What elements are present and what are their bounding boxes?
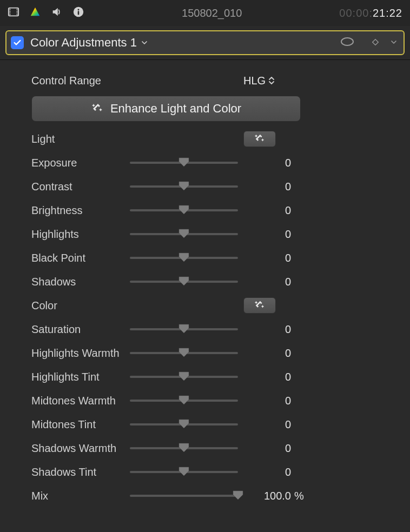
slider-thumb[interactable] <box>178 323 190 334</box>
mix-row: Mix 100.0 % <box>31 484 394 508</box>
slider-row-light-0: Exposure0 <box>31 151 394 175</box>
svg-point-11 <box>78 9 80 10</box>
slider-unit: % <box>291 490 307 502</box>
slider[interactable] <box>130 162 238 164</box>
slider-thumb[interactable] <box>178 395 190 405</box>
slider-label: Contrast <box>31 181 130 193</box>
slider-row-color-1: Highlights Warmth0 <box>31 341 394 365</box>
light-section-header: Light <box>31 127 394 151</box>
slider-thumb[interactable] <box>178 347 190 358</box>
controls-body: Control Range HLG Enhance Light and Colo… <box>0 60 410 508</box>
slider-thumb[interactable] <box>178 276 190 287</box>
slider-label: Black Point <box>31 252 130 264</box>
slider-value[interactable]: 0 <box>243 276 291 288</box>
video-inspector-icon[interactable] <box>8 6 19 21</box>
svg-rect-12 <box>78 11 80 15</box>
info-inspector-icon[interactable] <box>72 6 84 21</box>
slider-label: Midtones Warmth <box>31 395 130 407</box>
inspector-top-bar: 150802_010 00:00:21:22 <box>0 0 410 26</box>
svg-marker-9 <box>31 7 40 16</box>
slider[interactable] <box>130 328 238 330</box>
slider-row-light-5: Shadows0 <box>31 270 394 294</box>
color-auto-wand-button[interactable] <box>243 297 276 314</box>
slider[interactable] <box>130 281 238 283</box>
slider-thumb[interactable] <box>178 204 190 215</box>
slider-thumb[interactable] <box>178 466 190 477</box>
slider-thumb[interactable] <box>178 371 190 382</box>
slider-value[interactable]: 0 <box>243 181 291 193</box>
slider-row-color-5: Shadows Warmth0 <box>31 436 394 460</box>
slider-thumb[interactable] <box>178 228 190 239</box>
slider[interactable] <box>130 376 238 378</box>
mask-icon[interactable] <box>340 36 355 50</box>
chevron-down-icon[interactable] <box>389 37 398 49</box>
slider[interactable] <box>130 400 238 402</box>
slider-value[interactable]: 0 <box>243 371 291 383</box>
slider[interactable] <box>130 352 238 354</box>
slider-row-light-1: Contrast0 <box>31 175 394 198</box>
slider[interactable] <box>130 471 238 473</box>
slider-value[interactable]: 0 <box>243 157 291 169</box>
effect-enable-checkbox[interactable] <box>11 36 24 49</box>
slider-row-light-2: Brightness0 <box>31 198 394 222</box>
slider[interactable] <box>130 423 238 425</box>
effect-name: Color Adjustments 1 <box>30 36 137 50</box>
slider-row-color-6: Shadows Tint0 <box>31 460 394 484</box>
color-inspector-icon[interactable] <box>29 6 41 21</box>
slider-label: Shadows Tint <box>31 466 130 478</box>
effect-header[interactable]: Color Adjustments 1 <box>5 30 405 55</box>
light-auto-wand-button[interactable] <box>243 131 276 147</box>
clip-title: 150802_010 <box>84 7 339 19</box>
slider-value[interactable]: 0 <box>243 466 291 478</box>
slider-label: Saturation <box>31 323 130 336</box>
slider-row-color-2: Highlights Tint0 <box>31 365 394 389</box>
slider-value[interactable]: 0 <box>243 323 291 336</box>
slider-value[interactable]: 0 <box>243 347 291 360</box>
slider-value[interactable]: 0 <box>243 252 291 264</box>
slider-row-color-0: Saturation0 <box>31 317 394 341</box>
slider-thumb[interactable] <box>178 181 190 191</box>
slider-thumb[interactable] <box>178 442 190 453</box>
slider-row-light-3: Highlights0 <box>31 222 394 246</box>
slider-label: Highlights <box>31 228 130 241</box>
slider-label: Brightness <box>31 204 130 217</box>
slider-row-light-4: Black Point0 <box>31 246 394 270</box>
control-range-label: Control Range <box>31 75 243 87</box>
slider-thumb[interactable] <box>178 418 190 429</box>
slider-value[interactable]: 100.0 <box>243 490 291 502</box>
slider-label: Shadows Warmth <box>31 442 130 455</box>
slider-label: Shadows <box>31 276 130 288</box>
slider-label: Highlights Tint <box>31 371 130 383</box>
slider-row-color-3: Midtones Warmth0 <box>31 389 394 413</box>
chevron-down-icon[interactable] <box>140 37 149 50</box>
timecode: 00:00:21:22 <box>339 7 402 19</box>
slider-value[interactable]: 0 <box>243 442 291 455</box>
slider[interactable] <box>130 185 238 188</box>
enhance-light-color-button[interactable]: Enhance Light and Color <box>31 96 301 122</box>
slider[interactable] <box>130 233 238 235</box>
slider[interactable] <box>130 447 238 449</box>
audio-inspector-icon[interactable] <box>51 6 63 21</box>
slider-thumb[interactable] <box>178 157 190 168</box>
slider-label: Exposure <box>31 157 130 169</box>
slider-value[interactable]: 0 <box>243 418 291 431</box>
control-range-select[interactable]: HLG <box>243 75 274 87</box>
keyframe-diamond-icon[interactable] <box>371 37 380 49</box>
slider-label: Midtones Tint <box>31 418 130 431</box>
slider-label: Mix <box>31 490 130 502</box>
slider-row-color-4: Midtones Tint0 <box>31 413 394 436</box>
mix-slider[interactable] <box>130 495 238 497</box>
svg-point-13 <box>341 38 353 45</box>
slider-thumb[interactable] <box>178 252 190 263</box>
slider-value[interactable]: 0 <box>243 204 291 217</box>
slider-value[interactable]: 0 <box>243 228 291 241</box>
control-range-row: Control Range HLG <box>31 68 394 91</box>
slider-thumb[interactable] <box>232 490 244 501</box>
slider[interactable] <box>130 257 238 259</box>
slider-label: Highlights Warmth <box>31 347 130 360</box>
slider-value[interactable]: 0 <box>243 395 291 407</box>
slider[interactable] <box>130 209 238 211</box>
color-section-header: Color <box>31 294 394 317</box>
